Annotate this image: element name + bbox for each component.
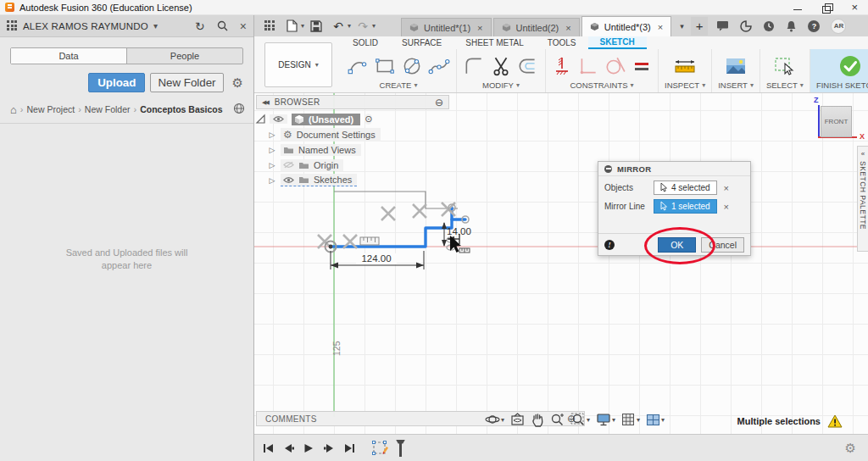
visibility-eye-off-icon[interactable]: [283, 161, 294, 169]
data-settings-gear-icon[interactable]: ⚙: [232, 75, 243, 91]
group-chevron-icon[interactable]: ▾: [414, 81, 417, 89]
file-menu-icon[interactable]: [281, 17, 302, 35]
viewports-chevron-icon[interactable]: ▾: [661, 416, 665, 424]
group-chevron-icon[interactable]: ▾: [750, 81, 754, 89]
activate-radio-icon[interactable]: ⊙: [364, 114, 372, 125]
timeline-position-marker[interactable]: [398, 440, 403, 457]
group-chevron-icon[interactable]: ▾: [800, 81, 804, 89]
group-label-modify[interactable]: MODIFY: [482, 81, 514, 90]
notifications-bell-icon[interactable]: [786, 20, 797, 32]
document-tab-label[interactable]: Untitled*(1): [424, 23, 470, 33]
user-chevron-down-icon[interactable]: ▾: [153, 21, 158, 31]
ribbon-tab-sketch[interactable]: SKETCH: [588, 36, 647, 49]
search-icon[interactable]: [217, 20, 228, 31]
ribbon-tab-solid[interactable]: SOLID: [341, 36, 390, 49]
fix-constraint-icon[interactable]: [552, 55, 572, 77]
offset-tool-icon[interactable]: [517, 55, 539, 77]
timeline-step-back-button[interactable]: [281, 442, 295, 455]
breadcrumb-item-project[interactable]: New Project: [27, 104, 75, 114]
circle-tool-icon[interactable]: [401, 55, 423, 77]
fillet-tool-icon[interactable]: [463, 55, 485, 77]
clear-mirror-line-icon[interactable]: ×: [724, 202, 729, 212]
job-status-clock-icon[interactable]: [763, 20, 775, 32]
tab-close-icon[interactable]: ×: [658, 22, 663, 32]
expand-arrow-icon[interactable]: ▷: [268, 131, 276, 139]
spline-tool-icon[interactable]: [428, 55, 450, 77]
group-chevron-icon[interactable]: ▾: [631, 81, 634, 89]
browser-item-document-settings[interactable]: ▷ ⚙ Document Settings: [256, 127, 453, 142]
group-label-create[interactable]: CREATE: [380, 81, 412, 90]
undo-icon[interactable]: ↶: [328, 17, 348, 35]
timeline-go-to-end-button[interactable]: [342, 442, 356, 455]
extensions-icon[interactable]: [740, 20, 752, 32]
browser-item-label[interactable]: Origin: [314, 160, 338, 170]
ribbon-tab-tools[interactable]: TOOLS: [536, 36, 588, 49]
line-tool-icon[interactable]: [347, 55, 369, 77]
look-at-tool[interactable]: [510, 413, 525, 426]
browser-root-selected[interactable]: (Unsaved): [292, 114, 360, 125]
minimize-icon[interactable]: [793, 3, 804, 12]
app-grid-icon[interactable]: [7, 20, 18, 31]
document-tab-3-active[interactable]: Untitled*(3) ×: [581, 16, 671, 36]
horizontal-vertical-constraint-icon[interactable]: [577, 55, 599, 77]
ok-button[interactable]: OK: [658, 237, 696, 253]
group-label-finish-sketch[interactable]: FINISH SKETCH: [816, 81, 868, 90]
dialog-info-icon[interactable]: !: [604, 240, 615, 250]
display-chevron-icon[interactable]: ▾: [612, 416, 615, 424]
expand-arrow-icon[interactable]: ▷: [268, 146, 276, 154]
browser-item-label[interactable]: Named Views: [298, 145, 356, 155]
share-globe-icon[interactable]: [233, 103, 245, 116]
zoom-tool[interactable]: [550, 413, 565, 427]
document-tab-2[interactable]: Untitled(2) ×: [493, 18, 580, 36]
tab-close-icon[interactable]: ×: [477, 23, 482, 33]
mirror-line-selection-button[interactable]: 1 selected: [654, 199, 717, 214]
document-tab-label[interactable]: Untitled(2): [516, 23, 559, 33]
refresh-icon[interactable]: ↻: [195, 19, 205, 33]
measure-tool-icon[interactable]: [673, 55, 697, 77]
home-icon[interactable]: ⌂: [10, 103, 17, 116]
root-triangle-icon[interactable]: [256, 114, 265, 124]
equal-constraint-icon[interactable]: [632, 55, 652, 77]
show-data-panel-icon[interactable]: [259, 17, 280, 35]
sketch-canvas[interactable]: 124.00 14.00: [254, 93, 868, 434]
orbit-tool[interactable]: ▾: [485, 412, 504, 427]
select-tool-icon[interactable]: [773, 55, 797, 77]
display-settings[interactable]: ▾: [596, 413, 615, 426]
upload-button[interactable]: Upload: [88, 73, 145, 92]
timeline-play-button[interactable]: [302, 442, 315, 455]
ribbon-tab-surface[interactable]: SURFACE: [390, 36, 453, 49]
construction-profile[interactable]: [334, 192, 458, 208]
timeline-step-forward-button[interactable]: [322, 442, 336, 455]
breadcrumb-item-current[interactable]: Conceptos Basicos: [140, 104, 222, 114]
expand-arrow-icon[interactable]: ▷: [268, 161, 276, 169]
timeline-sketch-feature[interactable]: [371, 440, 390, 457]
clear-objects-icon[interactable]: ×: [724, 183, 729, 193]
profile-avatar[interactable]: AR: [831, 19, 846, 34]
browser-item-label[interactable]: Sketches: [314, 175, 352, 185]
pan-tool[interactable]: [531, 413, 544, 427]
tab-list-chevron-icon[interactable]: ▾: [675, 22, 689, 31]
close-panel-icon[interactable]: ×: [240, 19, 247, 33]
file-menu-chevron-icon[interactable]: ▾: [301, 22, 304, 30]
browser-item-root[interactable]: (Unsaved) ⊙: [256, 112, 453, 126]
undo-chevron-icon[interactable]: ▾: [348, 22, 351, 30]
tab-data[interactable]: Data: [11, 48, 126, 64]
orbit-chevron-icon[interactable]: ▾: [501, 416, 504, 424]
browser-item-named-views[interactable]: ▷ Named Views: [256, 142, 453, 157]
browser-item-label[interactable]: Document Settings: [297, 130, 376, 140]
close-icon[interactable]: ×: [851, 3, 858, 12]
dimension-horizontal[interactable]: 124.00: [331, 251, 424, 269]
browser-minimize-icon[interactable]: ⊖: [435, 97, 443, 108]
mirror-dialog-header[interactable]: MIRROR: [598, 162, 750, 176]
timeline-go-to-start-button[interactable]: [261, 442, 275, 455]
expand-arrow-icon[interactable]: ▷: [268, 176, 276, 185]
fit-tool[interactable]: ▾: [570, 413, 590, 427]
workspace-switcher[interactable]: DESIGN ▾: [264, 42, 332, 87]
document-tab-1[interactable]: Untitled*(1) ×: [401, 18, 491, 36]
tab-people[interactable]: People: [126, 48, 242, 64]
insert-image-icon[interactable]: [724, 55, 748, 77]
browser-header[interactable]: ◀◀ BROWSER ⊖: [256, 95, 449, 109]
warning-icon[interactable]: [827, 414, 843, 427]
sketch-palette-tab[interactable]: « SKETCH PALETTE: [857, 146, 868, 252]
visibility-eye-icon[interactable]: [283, 176, 294, 184]
